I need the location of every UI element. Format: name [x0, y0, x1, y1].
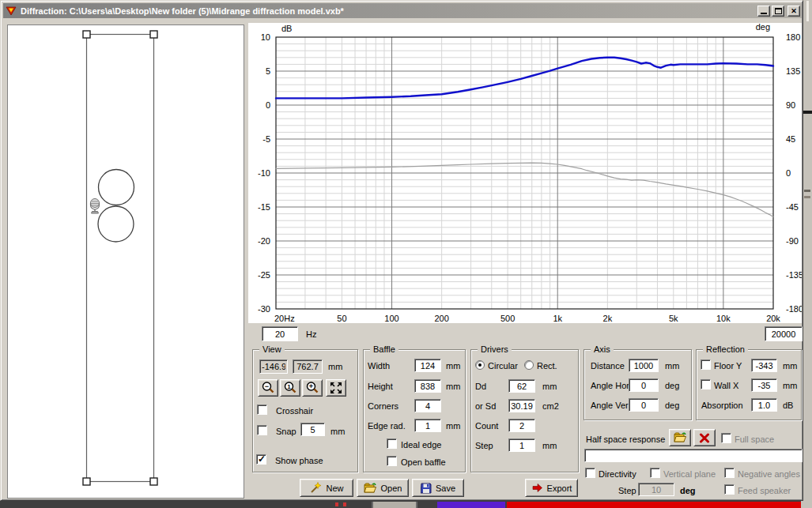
minimize-icon	[761, 13, 767, 14]
floor-checkbox[interactable]	[701, 359, 711, 370]
directivity-step-unit: deg	[680, 486, 696, 495]
sd-input[interactable]	[508, 399, 535, 412]
baffle-group-legend: Baffle	[370, 344, 398, 354]
baffle-outline[interactable]	[87, 35, 154, 482]
zoom-out-icon: −	[261, 381, 275, 395]
response-file-field[interactable]	[584, 449, 803, 462]
screen: { "window": { "title": "Diffraction: C:\…	[0, 0, 812, 508]
circular-label: Circular	[488, 361, 518, 371]
maximize-button[interactable]	[772, 6, 784, 17]
wall-checkbox[interactable]	[701, 379, 711, 389]
angle-hor-input[interactable]	[629, 378, 659, 392]
open-baffle-checkbox[interactable]	[387, 456, 397, 466]
driver-circle-2[interactable]	[98, 206, 134, 242]
corners-label: Corners	[368, 401, 398, 411]
save-floppy-icon	[421, 483, 432, 494]
export-button[interactable]: Export	[525, 479, 578, 497]
angle-ver-input[interactable]	[629, 398, 659, 412]
sd-unit: cm2	[542, 401, 559, 411]
svg-text:20k: 20k	[766, 314, 780, 323]
floor-unit: mm	[783, 361, 797, 371]
circular-radio[interactable]	[475, 360, 485, 370]
feed-speaker-checkbox[interactable]	[724, 484, 735, 495]
zoom-out-button[interactable]: −	[258, 379, 278, 397]
negative-angles-checkbox[interactable]	[724, 468, 735, 478]
driver-step-input[interactable]	[508, 438, 535, 452]
phase-deg	[276, 163, 773, 216]
edge-radius-input[interactable]	[414, 419, 441, 432]
zoom-in-button[interactable]: +	[302, 379, 323, 397]
width-unit: mm	[446, 361, 460, 371]
background-window-bottom-strip	[0, 501, 812, 508]
sd-label: or Sd	[475, 401, 496, 411]
cursor-unit: mm	[328, 362, 342, 371]
selection-handle-bottom-right[interactable]	[150, 478, 157, 485]
show-phase-checkbox[interactable]	[256, 454, 266, 465]
freq-low-input[interactable]	[262, 326, 298, 341]
selection-handle-bottom-left[interactable]	[83, 478, 90, 485]
dd-label: Dd	[475, 382, 486, 391]
angle-hor-label: Angle Hor	[591, 381, 629, 390]
distance-label: Distance	[591, 361, 625, 371]
zoom-100-button[interactable]: 1	[280, 379, 300, 397]
snap-checkbox[interactable]	[257, 425, 267, 435]
clear-response-button[interactable]	[693, 429, 716, 446]
snap-value-input[interactable]	[300, 423, 325, 436]
floor-input[interactable]	[751, 359, 777, 372]
freq-high-input[interactable]	[765, 326, 803, 341]
minimize-button[interactable]	[757, 6, 770, 17]
background-detail	[803, 111, 812, 114]
directivity-step-input	[638, 483, 674, 496]
zoom-fit-button[interactable]	[326, 379, 346, 397]
selection-handle-top-left[interactable]	[83, 31, 90, 38]
svg-text:50: 50	[337, 314, 346, 323]
feed-speaker-label: Feed speaker	[738, 486, 791, 495]
absorption-label: Absorption	[701, 401, 743, 410]
new-button[interactable]: New	[300, 479, 353, 497]
baffle-canvas[interactable]	[7, 24, 244, 499]
frequency-response-chart: 1050-5-10-15-20-25-3018013590450-45-90-1…	[248, 23, 802, 323]
driver-circle-1[interactable]	[99, 170, 134, 205]
drivers-group-legend: Drivers	[478, 344, 512, 354]
svg-text:5: 5	[266, 66, 270, 76]
titlebar: Diffraction: C:\Users\a\Desktop\New fold…	[3, 3, 802, 18]
background-detail	[372, 502, 417, 508]
open-baffle-label: Open baffle	[401, 457, 446, 467]
absorption-input[interactable]	[751, 398, 777, 412]
ideal-edge-checkbox[interactable]	[387, 438, 397, 449]
height-input[interactable]	[414, 379, 441, 393]
open-button[interactable]: Open	[357, 479, 409, 497]
background-detail	[804, 190, 810, 192]
angle-hor-unit: deg	[665, 381, 679, 390]
width-input[interactable]	[414, 359, 441, 372]
vertical-plane-checkbox[interactable]	[650, 468, 660, 478]
svg-text:-30: -30	[258, 304, 270, 314]
selection-handle-top-right[interactable]	[150, 31, 157, 38]
wall-input[interactable]	[751, 378, 777, 392]
svg-text:20Hz: 20Hz	[274, 314, 295, 323]
microphone-icon[interactable]	[91, 199, 100, 214]
corners-input[interactable]	[414, 399, 441, 412]
full-space-label: Full space	[735, 435, 774, 444]
close-button[interactable]: ✕	[787, 6, 800, 17]
drivers-group: Drivers Circular Rect. Dd mm or Sd cm2 C…	[470, 349, 579, 472]
svg-text:90: 90	[786, 100, 795, 110]
svg-text:2k: 2k	[603, 314, 613, 323]
axis-group: Axis Distance mm Angle Hor deg Angle Ver…	[584, 349, 692, 420]
dd-input[interactable]	[508, 379, 535, 393]
background-detail	[335, 502, 338, 506]
reflection-group-legend: Reflection	[703, 344, 748, 354]
save-button[interactable]: Save	[412, 479, 464, 497]
cursor-x-field	[259, 359, 288, 374]
directivity-checkbox[interactable]	[585, 468, 595, 478]
svg-text:deg: deg	[756, 23, 770, 32]
count-input[interactable]	[508, 419, 535, 432]
open-folder-icon	[674, 432, 687, 443]
distance-input[interactable]	[629, 359, 659, 372]
load-response-button[interactable]	[669, 429, 691, 446]
driver-step-unit: mm	[542, 441, 557, 450]
full-space-checkbox[interactable]	[721, 433, 731, 443]
rect-radio[interactable]	[524, 360, 534, 370]
crosshair-checkbox[interactable]	[257, 405, 267, 415]
edge-radius-unit: mm	[446, 421, 460, 431]
